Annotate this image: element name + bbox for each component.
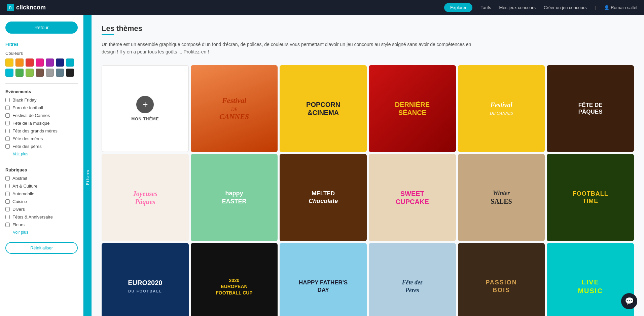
- logo[interactable]: n clickncom: [7, 4, 46, 11]
- evenement-checkbox[interactable]: [5, 136, 10, 141]
- navbar-right: Explorer Tarifs Mes jeux concours Créer …: [444, 3, 637, 12]
- retour-button[interactable]: Retour: [5, 22, 78, 34]
- rubrique-checkbox[interactable]: [5, 215, 10, 219]
- color-swatch-teal[interactable]: [5, 69, 13, 77]
- rubrique-item[interactable]: Cuisine: [5, 199, 78, 204]
- rubrique-checkbox[interactable]: [5, 207, 10, 211]
- rubrique-item[interactable]: Art & Culture: [5, 184, 78, 189]
- logo-text: clickncom: [16, 4, 46, 11]
- color-swatch-green[interactable]: [15, 69, 24, 77]
- rubrique-item[interactable]: Divers: [5, 207, 78, 212]
- evenement-checkbox[interactable]: [5, 113, 10, 118]
- rubrique-item[interactable]: Automobile: [5, 191, 78, 196]
- rubrique-label: Fleurs: [12, 222, 25, 227]
- theme-card-football-time[interactable]: FOOTBALLTIME: [547, 154, 634, 241]
- evenement-item[interactable]: Black Friday: [5, 97, 78, 103]
- evenement-checkbox[interactable]: [5, 106, 10, 110]
- theme-card-sweet-cupcake[interactable]: SWEETCUPCAKE: [369, 154, 456, 241]
- rubrique-checkbox[interactable]: [5, 176, 10, 181]
- rubrique-checkbox[interactable]: [5, 199, 10, 204]
- color-swatch-black[interactable]: [66, 69, 74, 77]
- mes-jeux-link[interactable]: Mes jeux concours: [499, 5, 536, 10]
- creer-link[interactable]: Créer un jeu concours: [544, 5, 587, 10]
- theme-card-festival-cannes-2[interactable]: FestivalDE CANNES: [458, 65, 545, 152]
- evenement-item[interactable]: Fête des grands mères: [5, 128, 78, 133]
- theme-card-live-music[interactable]: LIVEMUSIC: [547, 243, 634, 316]
- rubrique-label: Automobile: [12, 191, 34, 196]
- theme-card-fete-peres[interactable]: Fête desPères: [369, 243, 456, 316]
- color-swatch-dark-gray[interactable]: [56, 69, 64, 77]
- rubrique-item[interactable]: Fleurs: [5, 222, 78, 227]
- color-swatch-yellow[interactable]: [5, 58, 13, 67]
- color-swatch-brown[interactable]: [36, 69, 44, 77]
- user-menu[interactable]: 👤 Romain saltel: [604, 5, 637, 10]
- sidebar-divider-1: [5, 83, 78, 84]
- color-swatch-orange[interactable]: [15, 58, 24, 67]
- chat-bubble[interactable]: 💬: [621, 293, 637, 309]
- evenement-label: Fête des mères: [12, 136, 43, 141]
- filtres-side-tab[interactable]: Filtres: [83, 15, 92, 316]
- rubrique-label: Divers: [12, 207, 25, 212]
- evenement-item[interactable]: Fête des pères: [5, 144, 78, 149]
- color-swatch-purple[interactable]: [46, 58, 54, 67]
- evenement-checkbox[interactable]: [5, 98, 10, 102]
- evenement-checkbox[interactable]: [5, 129, 10, 133]
- tarifs-link[interactable]: Tarifs: [480, 5, 491, 10]
- evenement-label: Festival de Cannes: [12, 113, 50, 118]
- color-grid: [5, 58, 78, 77]
- theme-card-winter-sales[interactable]: WinterSALES: [458, 154, 545, 241]
- rubrique-checkbox[interactable]: [5, 223, 10, 227]
- color-swatch-dark-blue[interactable]: [56, 58, 64, 67]
- card-text-peres: Fête desPères: [402, 279, 423, 294]
- rubriques-label: Rubriques: [5, 167, 78, 172]
- theme-card-melted[interactable]: MELTEDChocolate: [280, 154, 367, 241]
- couleurs-label: Couleurs: [5, 51, 78, 56]
- theme-card-derniere[interactable]: DERNIÈRESÉANCE: [369, 65, 456, 152]
- card-text-easter: happyEASTER: [222, 190, 246, 205]
- evenement-item[interactable]: Fête des mères: [5, 136, 78, 141]
- voir-plus-1[interactable]: Voir plus: [13, 152, 78, 156]
- color-swatch-gray[interactable]: [46, 69, 54, 77]
- color-swatch-cyan[interactable]: [66, 58, 74, 67]
- theme-card-passion-bois[interactable]: PASSIONBOIS: [458, 243, 545, 316]
- card-text-live: LIVEMUSIC: [578, 278, 603, 295]
- rubrique-item[interactable]: Fêtes & Anniversaire: [5, 214, 78, 220]
- card-text-joyeuses: JoyeusesPâques: [133, 190, 157, 206]
- explorer-button[interactable]: Explorer: [444, 3, 472, 12]
- evenement-item[interactable]: Fête de la musique: [5, 121, 78, 126]
- color-swatch-light-green[interactable]: [26, 69, 34, 77]
- evenement-label: Fête des pères: [12, 144, 42, 149]
- rubrique-checkbox[interactable]: [5, 184, 10, 188]
- voir-plus-2[interactable]: Voir plus: [13, 230, 78, 235]
- theme-card-festival-cannes-1[interactable]: FestivalDECANNES: [191, 65, 278, 152]
- filtres-title: Filtres: [5, 42, 78, 47]
- card-text-popcorn: POPCORN&CINEMA: [306, 101, 340, 117]
- rubrique-checkbox[interactable]: [5, 192, 10, 196]
- theme-card-fete-paques[interactable]: FÊTE DEPÂQUES: [547, 65, 634, 152]
- theme-card-joyeuses-paques[interactable]: JoyeusesPâques: [102, 154, 189, 241]
- evenement-checkbox[interactable]: [5, 144, 10, 149]
- rubrique-item[interactable]: Abstrait: [5, 176, 78, 181]
- evenement-checkbox[interactable]: [5, 121, 10, 125]
- page-description: Un thème est un ensemble graphique compo…: [102, 41, 472, 56]
- card-text-sweet: SWEETCUPCAKE: [396, 190, 429, 206]
- evenement-item[interactable]: Festival de Cannes: [5, 113, 78, 118]
- theme-card-european-cup[interactable]: 2020EUROPEANFOOTBALL CUP: [191, 243, 278, 316]
- color-swatch-pink[interactable]: [36, 58, 44, 67]
- evenement-item[interactable]: Euro de football: [5, 105, 78, 110]
- theme-card-fathers-day[interactable]: HAPPY FATHER'SDAY: [280, 243, 367, 316]
- mon-theme-card[interactable]: + MON THÈME: [102, 65, 189, 152]
- theme-card-popcorn[interactable]: POPCORN&CINEMA: [280, 65, 367, 152]
- card-text-fathers: HAPPY FATHER'SDAY: [299, 279, 348, 294]
- rubrique-label: Cuisine: [12, 199, 27, 204]
- chat-icon: 💬: [625, 297, 634, 306]
- color-swatch-red[interactable]: [26, 58, 34, 67]
- sidebar-divider-2: [5, 162, 78, 162]
- reinitialiser-button[interactable]: Réinitialiser: [5, 242, 78, 254]
- user-icon: 👤: [604, 5, 609, 10]
- theme-card-euro2020[interactable]: EURO2020DU FOOTBALL: [102, 243, 189, 316]
- evenements-label: Evènements: [5, 89, 78, 94]
- theme-card-happy-easter[interactable]: happyEASTER: [191, 154, 278, 241]
- rubrique-label: Fêtes & Anniversaire: [12, 214, 53, 220]
- logo-icon: n: [7, 4, 14, 11]
